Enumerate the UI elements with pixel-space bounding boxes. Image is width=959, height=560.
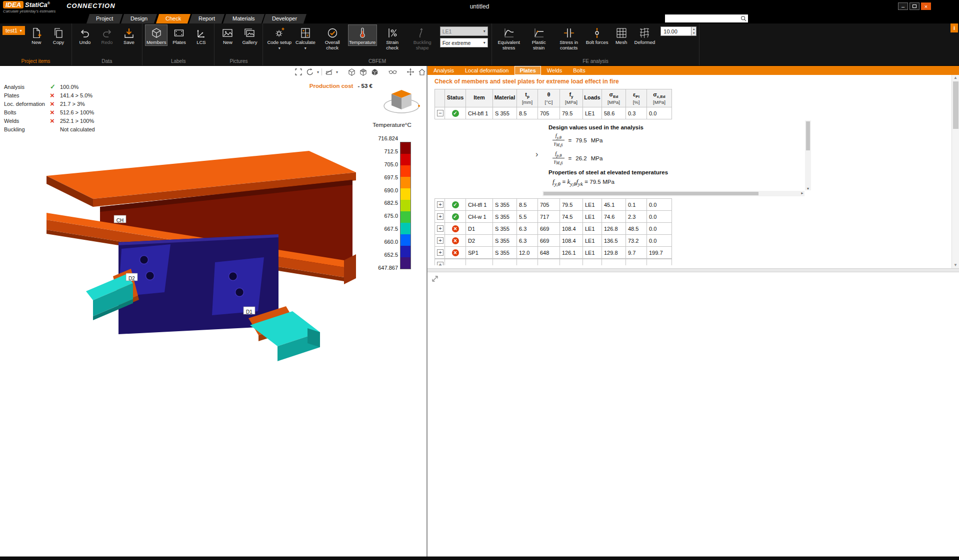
gallery-button[interactable]: Gallery (239, 24, 260, 46)
table-row[interactable]: − CH-bfl 1 S 355 8.5 705 79.5 LE1 58.6 0… (435, 107, 672, 119)
save-button[interactable]: Save (118, 24, 140, 46)
spinner-down-icon[interactable]: ▾ (692, 31, 696, 35)
members-labels-button[interactable]: Members (145, 24, 168, 46)
spinner-up-icon[interactable]: ▴ (692, 27, 696, 31)
ribbon-tab[interactable]: Design (121, 14, 157, 23)
ribbon-tab[interactable]: Developer (262, 14, 306, 23)
deformation-scale-input[interactable]: 10.00 (660, 26, 692, 36)
summary-row[interactable]: Welds 252.1 > 100% (4, 116, 122, 125)
table-row[interactable]: + D2 S 355 6.3 669 108.4 LE1 136.5 73 (435, 235, 672, 247)
section-cut-icon[interactable] (324, 67, 334, 76)
results-tab[interactable]: Local deformation (460, 66, 514, 75)
close-button[interactable]: × (921, 2, 931, 10)
maximize-button[interactable] (910, 2, 920, 10)
table-row[interactable]: + (435, 259, 672, 266)
column-header[interactable]: Material (493, 89, 517, 107)
ribbon-tab[interactable]: Check (156, 14, 190, 23)
scrollbar-thumb[interactable] (544, 192, 758, 195)
expand-row-button[interactable]: + (437, 262, 444, 265)
caret-down-icon[interactable]: ▾ (317, 70, 319, 74)
column-header[interactable]: tp [mm] (517, 89, 538, 107)
summary-row[interactable]: Buckling Not calculated (4, 125, 122, 133)
expand-row-button[interactable]: + (437, 213, 444, 220)
search-input[interactable] (666, 15, 740, 21)
detail-horizontal-scrollbar[interactable]: ► (542, 191, 804, 196)
project-item-selector[interactable]: test1 ▾ (2, 26, 25, 35)
scrollbar-track[interactable] (952, 80, 959, 263)
viewport-3d[interactable]: ▾ ▾ (0, 66, 426, 557)
pan-view-icon[interactable] (406, 67, 415, 76)
buckling-shape-button[interactable]: Buckling shape (408, 24, 437, 51)
caret-down-icon[interactable]: ▾ (278, 46, 280, 50)
column-header[interactable] (435, 89, 445, 107)
ribbon-tab[interactable]: Materials (223, 14, 264, 23)
overall-check-button[interactable]: Overall check (318, 24, 347, 51)
summary-row[interactable]: Analysis 100.0% (4, 82, 122, 91)
column-header[interactable]: Loads (583, 89, 602, 107)
ribbon-tab[interactable]: Project (86, 14, 122, 23)
fit-view-icon[interactable] (294, 67, 303, 76)
deformed-button[interactable]: Deformed (633, 24, 657, 46)
plastic-strain-button[interactable]: Plastic strain (524, 24, 554, 51)
load-case-combo[interactable]: LE1 ▾ (440, 26, 488, 36)
home-view-icon[interactable] (418, 67, 426, 76)
equivalent-stress-button[interactable]: Equivalent stress (494, 24, 524, 51)
lcs-button[interactable]: LCS (190, 24, 212, 46)
column-header[interactable]: θ [°C] (538, 89, 560, 107)
pane-splitter-horizontal[interactable] (428, 268, 959, 272)
table-row[interactable]: + D1 S 355 6.3 669 108.4 LE1 126.8 48 (435, 223, 672, 235)
column-header[interactable]: Item (466, 89, 493, 107)
orbit-view-icon[interactable] (306, 67, 314, 76)
detail-vertical-scrollbar[interactable]: ▼ (805, 120, 811, 190)
results-tab[interactable]: Plates (514, 66, 540, 75)
expand-row-button[interactable]: + (437, 201, 444, 208)
results-tab[interactable]: Welds (542, 66, 567, 75)
plates-labels-button[interactable]: Plates (168, 24, 190, 46)
summary-row[interactable]: Plates 141.4 > 5.0% (4, 91, 122, 99)
navigation-cube[interactable] (382, 86, 422, 118)
new-picture-button[interactable]: New (217, 24, 238, 46)
scroll-down-icon[interactable]: ▼ (805, 187, 811, 190)
expand-row-button[interactable]: + (437, 249, 444, 256)
minimize-button[interactable]: – (898, 2, 908, 10)
column-header[interactable]: εPl [%] (626, 89, 647, 107)
undo-button[interactable]: Undo (74, 24, 96, 46)
summary-row[interactable]: Bolts 512.6 > 100% (4, 108, 122, 116)
table-row[interactable]: + SP1 S 355 12.0 648 126.1 LE1 129.8 (435, 247, 672, 259)
column-header[interactable]: σc,Ed [MPa] (647, 89, 672, 107)
mesh-button[interactable]: Mesh (611, 24, 632, 46)
table-row[interactable]: + CH-tfl 1 S 355 8.5 705 79.5 LE1 45.1 (435, 199, 672, 211)
info-button[interactable]: i (950, 23, 958, 32)
solid-cube-icon[interactable] (370, 67, 379, 76)
scrollbar-thumb[interactable] (953, 81, 958, 129)
ribbon-tab[interactable]: Report (189, 14, 224, 23)
summary-row[interactable]: Loc. deformation 21.7 > 3% (4, 99, 122, 108)
results-tab[interactable]: Analysis (428, 66, 459, 75)
redo-button[interactable]: Redo (96, 24, 118, 46)
caret-down-icon[interactable]: ▾ (336, 70, 338, 74)
scrollbar-thumb[interactable] (806, 121, 810, 150)
column-header[interactable]: Status (445, 89, 466, 107)
results-vertical-scrollbar[interactable]: ▲ ▼ (952, 75, 959, 268)
scroll-down-icon[interactable]: ▼ (954, 263, 958, 268)
shaded-cube-icon[interactable] (358, 67, 368, 76)
expand-row-button[interactable]: + (437, 225, 444, 232)
caret-down-icon[interactable]: ▾ (304, 46, 306, 50)
column-header[interactable]: fy [MPa] (560, 89, 583, 107)
scroll-right-icon[interactable]: ► (800, 191, 804, 195)
strain-check-button[interactable]: Strain check (378, 24, 407, 51)
collapse-row-button[interactable]: − (437, 110, 444, 116)
temperature-button[interactable]: Temperature (348, 24, 377, 46)
code-setup-button[interactable]: Code setup ▾ (266, 24, 293, 50)
chevron-right-icon[interactable]: › (536, 150, 538, 158)
new-project-item-button[interactable]: New (26, 24, 47, 46)
search-box[interactable] (665, 14, 748, 22)
expand-row-button[interactable]: + (437, 237, 444, 244)
extreme-mode-combo[interactable]: For extreme ▾ (440, 38, 488, 47)
table-row[interactable]: + CH-w 1 S 355 5.5 717 74.5 LE1 74.6 (435, 211, 672, 223)
copy-project-item-button[interactable]: Copy (48, 24, 69, 46)
wireframe-cube-icon[interactable] (347, 67, 356, 76)
column-header[interactable]: σEd [MPa] (602, 89, 626, 107)
glasses-icon[interactable] (388, 67, 397, 76)
calculate-button[interactable]: Calculate ▾ (294, 24, 317, 50)
